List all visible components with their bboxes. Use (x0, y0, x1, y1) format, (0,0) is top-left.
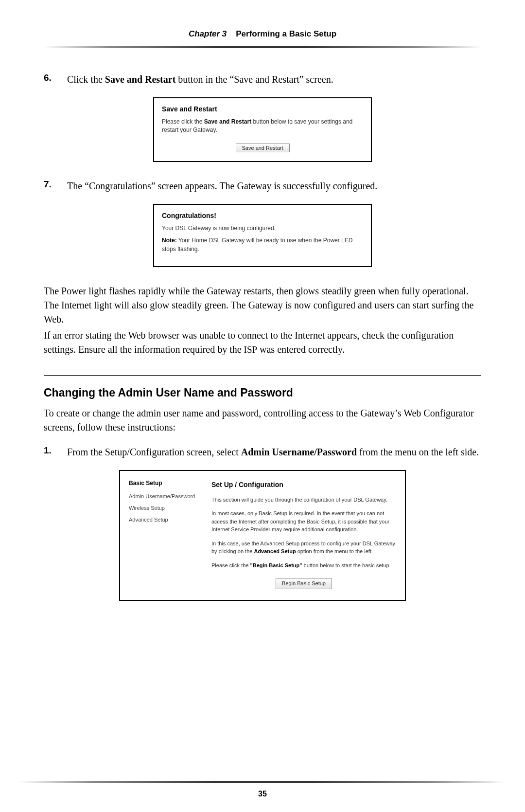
footer-rule (19, 781, 506, 783)
section-heading: Changing the Admin User Name and Passwor… (44, 386, 481, 399)
sidebar-item-wireless[interactable]: Wireless Setup (129, 505, 211, 511)
box-note: Note: Your Home DSL Gateway will be read… (162, 236, 363, 253)
body-paragraph-3: To create or change the admin user name … (44, 406, 481, 434)
content-heading: Set Up / Configuration (211, 480, 396, 490)
box-title: Save and Restart (162, 105, 363, 113)
step-6: 6. Click the Save and Restart button in … (44, 72, 481, 87)
sidebar-item-admin[interactable]: Admin Username/Password (129, 493, 211, 499)
step-number: 6. (44, 72, 67, 87)
step-number: 1. (44, 445, 67, 459)
congratulations-screenshot: Congratulations! Your DSL Gateway is now… (153, 204, 372, 267)
box-text: Your DSL Gateway is now being configured… (162, 224, 363, 233)
content-p4: Please click the "Begin Basic Setup" but… (211, 561, 396, 570)
body-paragraph-2: If an error stating the Web browser was … (44, 328, 481, 357)
setup-content: Set Up / Configuration This section will… (211, 480, 396, 589)
content-p1: This section will guide you through the … (211, 496, 396, 504)
step-number: 7. (44, 179, 67, 193)
save-restart-button[interactable]: Save and Restart (236, 144, 290, 152)
sidebar-item-basic-setup[interactable]: Basic Setup (129, 480, 211, 487)
step-7: 7. The “Congratulations” screen appears.… (44, 179, 481, 193)
setup-config-screenshot: Basic Setup Admin Username/Password Wire… (119, 470, 406, 601)
sidebar-item-advanced[interactable]: Advanced Setup (129, 517, 211, 523)
chapter-title: Performing a Basic Setup (236, 29, 336, 38)
chapter-number: Chapter 3 (189, 29, 227, 38)
begin-basic-setup-button[interactable]: Begin Basic Setup (276, 578, 332, 589)
step-body: From the Setup/Configuration screen, sel… (67, 445, 479, 459)
box-title: Congratulations! (162, 212, 363, 219)
step-body: The “Congratulations” screen appears. Th… (67, 179, 377, 193)
section-rule (44, 375, 481, 376)
body-paragraph-1: The Power light flashes rapidly while th… (44, 284, 481, 326)
step-1: 1. From the Setup/Configuration screen, … (44, 445, 481, 459)
sidebar-menu: Basic Setup Admin Username/Password Wire… (129, 480, 211, 589)
chapter-header: Chapter 3 Performing a Basic Setup (44, 29, 481, 39)
step-body: Click the Save and Restart button in the… (67, 72, 333, 87)
header-rule (44, 46, 481, 48)
content-p2: In most cases, only Basic Setup is requi… (211, 509, 396, 534)
content-p3: In this case, use the Advanced Setup pro… (211, 540, 396, 556)
save-restart-screenshot: Save and Restart Please click the Save a… (153, 97, 372, 162)
page-number: 35 (0, 790, 525, 798)
box-text: Please click the Save and Restart button… (162, 118, 363, 135)
